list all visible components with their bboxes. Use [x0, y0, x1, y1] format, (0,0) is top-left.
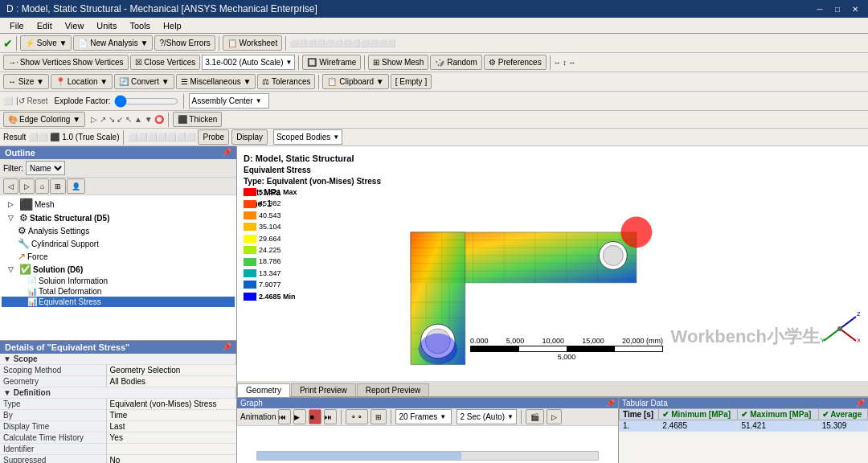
- scale-dropdown[interactable]: 3.1e-002 (Auto Scale) ▼: [202, 55, 295, 70]
- probe-button[interactable]: Probe: [198, 129, 229, 145]
- tab-print-preview[interactable]: Print Preview: [291, 383, 356, 396]
- edge-coloring-button[interactable]: 🎨 Edge Coloring ▼: [3, 112, 85, 127]
- empty-button[interactable]: [ Empty ]: [391, 74, 432, 89]
- menu-view[interactable]: View: [59, 19, 91, 32]
- tree-item-solution[interactable]: ▽ ✅ Solution (D6): [2, 263, 235, 276]
- by-value: Time: [106, 410, 235, 421]
- bottom-panels: Graph 📌 Animation ⏮ ▶ ■ ⏭ ⚬⚬ ⊞ 20 Frames…: [237, 397, 868, 463]
- result-bar: Result ⬜⬜ ⬛ 1.0 (True Scale) ⬜⬜⬜⬜⬜⬜⬜ Pro…: [0, 129, 868, 146]
- window-controls[interactable]: ─ □ ✕: [813, 2, 862, 15]
- anim-stop-button[interactable]: ■: [309, 409, 321, 424]
- tree-label-structural: Static Structural (D5): [30, 214, 109, 223]
- row-time: 2.4685: [659, 420, 738, 432]
- anim-export-button[interactable]: 🎬: [526, 409, 544, 424]
- graph-toolbar: Animation ⏮ ▶ ■ ⏭ ⚬⚬ ⊞ 20 Frames ▼ 2 Sec…: [237, 408, 618, 426]
- thicken-icon: ⬛: [178, 115, 187, 124]
- show-vertices-button[interactable]: →· Show VerticesShow Vertices: [3, 55, 129, 70]
- tab-report-preview[interactable]: Report Preview: [357, 383, 429, 396]
- tree-item-total-deformation[interactable]: 📊 Total Deformation: [2, 286, 235, 297]
- tree-item-solution-info[interactable]: 📄 Soluion Information: [2, 276, 235, 286]
- menu-help[interactable]: Help: [157, 19, 188, 32]
- tab-geometry[interactable]: Geometry: [237, 383, 290, 397]
- miscellaneous-button[interactable]: ☰ Miscellaneous ▼: [176, 74, 256, 89]
- filter-select[interactable]: Name: [26, 161, 65, 175]
- display-button[interactable]: Display: [231, 129, 268, 145]
- outline-person-button[interactable]: 👤: [67, 178, 85, 194]
- details-content: ▼ Scope Scoping Method Geometry Selectio…: [0, 354, 236, 463]
- anim-frame-button[interactable]: ⚬⚬: [346, 409, 368, 424]
- tree-item-cylindrical-support[interactable]: 🔧 Cylindrical Support: [2, 237, 235, 250]
- scoping-method-key: Scoping Method: [0, 365, 106, 376]
- menu-edit[interactable]: Edit: [31, 19, 59, 32]
- frames-label: 20 Frames: [399, 412, 437, 421]
- menu-tools[interactable]: Tools: [123, 19, 157, 32]
- close-vertices-button[interactable]: ☒ Close Vertices: [130, 55, 201, 70]
- outline-back-button[interactable]: ◁: [3, 178, 18, 194]
- col-avg: ✔ Average: [818, 409, 867, 420]
- location-button[interactable]: 📍 Location ▼: [51, 74, 113, 89]
- new-analysis-button[interactable]: 📄 New Analysis ▼: [73, 35, 153, 51]
- tree-item-mesh[interactable]: ▷ ⬛ Mesh: [2, 197, 235, 211]
- viewport[interactable]: D: Model, Static Structural Equivalent S…: [237, 146, 868, 381]
- clipboard-button[interactable]: 📋 Clipboard ▼: [322, 74, 388, 89]
- tree-item-analysis-settings[interactable]: ⚙ Analysis Settings: [2, 224, 235, 237]
- sec-dropdown[interactable]: 2 Sec (Auto) ▼: [457, 409, 517, 424]
- scoped-bodies-dropdown[interactable]: Scoped Bodies ▼: [273, 129, 342, 145]
- svg-line-25: [840, 317, 856, 329]
- menu-file[interactable]: File: [3, 19, 31, 32]
- wireframe-button[interactable]: 🔲 Wireframe: [302, 55, 361, 70]
- left-panel: Outline 📌 Filter: Name ◁ ▷ ⌂ ⊞ 👤 ▷: [0, 146, 237, 463]
- row-id: 1.: [620, 420, 659, 432]
- frames-arrow-icon: ▼: [440, 413, 446, 420]
- tree-item-equiv-stress[interactable]: 📊 Equivalent Stress: [2, 297, 235, 307]
- explode-label: Explode Factor:: [55, 96, 111, 105]
- show-errors-button[interactable]: ?/Show Errors: [154, 35, 215, 51]
- convert-button[interactable]: 🔄 Convert ▼: [114, 74, 174, 89]
- tree-item-force[interactable]: ↗ Force: [2, 250, 235, 263]
- anim-settings-button[interactable]: ▷: [547, 409, 562, 424]
- anim-back-button[interactable]: ⏮: [278, 409, 291, 424]
- solution-expand-icon: ▽: [8, 265, 18, 273]
- anim-play-button[interactable]: ▶: [293, 409, 306, 424]
- tabular-content: Time [s] ✔ Minimum [MPa] ✔ Maximum [MPa]…: [619, 408, 868, 463]
- random-button[interactable]: 🎲 Random: [430, 55, 482, 70]
- tabular-panel: Tabular Data 📌 Time [s] ✔ Minimum [MPa] …: [619, 398, 868, 463]
- explode-slider[interactable]: [114, 96, 178, 107]
- solve-button[interactable]: ⚡ ⚡ Solve ▼Solve ▼: [20, 35, 72, 51]
- svg-line-29: [824, 329, 840, 341]
- frames-dropdown[interactable]: 20 Frames ▼: [395, 409, 452, 424]
- calc-time-value: Yes: [106, 432, 235, 444]
- graph-progress-bar: [256, 451, 600, 461]
- col-min: ✔ Minimum [MPa]: [659, 409, 738, 420]
- outline-home-button[interactable]: ⌂: [35, 178, 49, 194]
- close-button[interactable]: ✕: [849, 2, 862, 15]
- tree-label-solution-info: Soluion Information: [39, 277, 108, 285]
- svg-point-19: [621, 217, 653, 248]
- show-mesh-button[interactable]: ⊞ Show Mesh: [368, 55, 428, 70]
- maximize-button[interactable]: □: [831, 2, 844, 15]
- svg-line-27: [840, 329, 856, 341]
- size-button[interactable]: ↔ Size ▼: [3, 74, 49, 89]
- svg-point-24: [419, 334, 457, 365]
- outline-pin-icon: 📌: [222, 148, 231, 158]
- legend-row-3: 35.104: [244, 221, 297, 232]
- outline-expand-button[interactable]: ⊞: [50, 178, 66, 194]
- title-bar: D : Model, Static Structural - Mechanica…: [0, 0, 868, 18]
- tree-label-stress: Equivalent Stress: [39, 297, 101, 306]
- worksheet-button[interactable]: 📋 Worksheet: [223, 35, 282, 51]
- graph-header: Graph 📌: [237, 398, 618, 408]
- minimize-button[interactable]: ─: [813, 2, 826, 15]
- tree-item-static-structural[interactable]: ▽ ⚙ Static Structural (D5): [2, 211, 235, 224]
- preferences-button[interactable]: ⚙ Preferences: [484, 55, 547, 70]
- tree-area[interactable]: ▷ ⬛ Mesh ▽ ⚙ Static Structural (D5) ⚙ An…: [0, 195, 236, 340]
- anim-forward-button[interactable]: ⏭: [324, 409, 337, 424]
- tolerances-button[interactable]: ⚖ Tolerances: [257, 74, 315, 89]
- menu-units[interactable]: Units: [90, 19, 123, 32]
- outline-forward-button[interactable]: ▷: [19, 178, 35, 194]
- row-min: 51.421: [738, 420, 818, 432]
- anim-grid-button[interactable]: ⊞: [371, 409, 387, 424]
- thicken-button[interactable]: ⬛ Thicken: [173, 112, 222, 127]
- assembly-center-dropdown[interactable]: Assembly Center ▼: [189, 93, 269, 109]
- details-pin-icon: 📌: [222, 342, 231, 352]
- thicken-label: Thicken: [189, 115, 217, 124]
